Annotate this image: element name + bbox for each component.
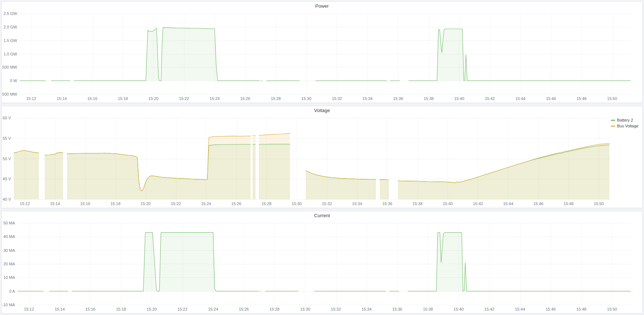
svg-text:15:36: 15:36 — [392, 307, 402, 311]
svg-text:2.5 GW: 2.5 GW — [4, 11, 17, 16]
svg-text:15:30: 15:30 — [301, 96, 312, 101]
svg-text:1.5 GW: 1.5 GW — [4, 38, 17, 43]
x-axis-tick-labels: 15:1215:1415:1615:1815:2015:2215:2415:26… — [20, 201, 604, 206]
dashboard: { "chart_data": [ { "type": "area", "tit… — [0, 0, 644, 315]
svg-text:1.0 GW: 1.0 GW — [4, 52, 17, 56]
svg-text:15:50: 15:50 — [607, 96, 617, 101]
svg-text:15:32: 15:32 — [332, 96, 342, 101]
svg-text:15:18: 15:18 — [116, 307, 126, 311]
y-axis-tick-labels: 60 V55 V50 V45 V40 V — [3, 116, 11, 201]
svg-text:50 MA: 50 MA — [3, 221, 15, 225]
svg-text:15:42: 15:42 — [484, 307, 495, 311]
voltage-legend: Battery 2Bus Voltage — [611, 114, 642, 208]
panel-title-voltage[interactable]: Voltage — [2, 106, 642, 114]
legend-item-bus-voltage[interactable]: Bus Voltage — [611, 123, 641, 129]
svg-text:15:18: 15:18 — [118, 96, 128, 101]
svg-text:15:20: 15:20 — [141, 201, 151, 206]
svg-text:15:40: 15:40 — [454, 96, 464, 101]
svg-text:15:34: 15:34 — [363, 96, 373, 101]
series-areas — [14, 133, 609, 199]
svg-text:50 V: 50 V — [3, 157, 11, 161]
svg-text:15:26: 15:26 — [231, 201, 242, 206]
svg-text:2.0 GW: 2.0 GW — [4, 25, 17, 29]
svg-text:15:12: 15:12 — [20, 201, 30, 206]
current-chart-row: 50 MA40 MA30 MA20 MA10 MA0 A-10 MA15:121… — [2, 219, 642, 313]
panel-title-current[interactable]: Current — [2, 211, 642, 219]
svg-text:15:16: 15:16 — [87, 96, 97, 101]
panel-current: Current 50 MA40 MA30 MA20 MA10 MA0 A-10 … — [1, 211, 643, 314]
svg-text:15:40: 15:40 — [454, 307, 464, 311]
svg-text:30 MA: 30 MA — [3, 248, 15, 253]
svg-text:15:46: 15:46 — [546, 96, 556, 101]
svg-text:15:38: 15:38 — [423, 307, 433, 311]
legend-item-battery-2[interactable]: Battery 2 — [611, 117, 641, 123]
svg-text:15:20: 15:20 — [148, 96, 159, 101]
voltage-chart-svg: 60 V55 V50 V45 V40 V15:1215:1415:1615:18… — [2, 114, 611, 208]
svg-text:15:46: 15:46 — [546, 307, 556, 311]
svg-text:45 V: 45 V — [3, 177, 11, 181]
panel-power: Power 2.5 GW2.0 GW1.5 GW1.0 GW500 MW0 W-… — [1, 1, 643, 103]
svg-text:15:18: 15:18 — [110, 201, 121, 206]
svg-text:15:50: 15:50 — [594, 201, 604, 206]
x-axis-tick-labels: 15:1215:1415:1615:1815:2015:2215:2415:26… — [24, 307, 617, 311]
svg-text:15:38: 15:38 — [424, 96, 434, 101]
legend-series-dash-icon — [611, 126, 615, 127]
current-chart[interactable]: 50 MA40 MA30 MA20 MA10 MA0 A-10 MA15:121… — [2, 219, 642, 313]
power-chart-svg: 2.5 GW2.0 GW1.5 GW1.0 GW500 MW0 W-500 MW… — [2, 10, 642, 103]
svg-text:15:42: 15:42 — [473, 201, 483, 206]
panel-title-power[interactable]: Power — [2, 2, 642, 10]
svg-text:15:34: 15:34 — [352, 201, 362, 206]
svg-text:15:22: 15:22 — [179, 96, 189, 101]
svg-text:0 W: 0 W — [10, 78, 17, 83]
y-axis-tick-labels: 2.5 GW2.0 GW1.5 GW1.0 GW500 MW0 W-500 MW — [2, 11, 17, 96]
svg-text:60 V: 60 V — [3, 116, 11, 120]
voltage-chart[interactable]: 60 V55 V50 V45 V40 V15:1215:1415:1615:18… — [2, 114, 611, 208]
svg-text:15:28: 15:28 — [269, 307, 280, 311]
svg-text:15:48: 15:48 — [563, 201, 574, 206]
svg-text:15:20: 15:20 — [147, 307, 157, 311]
svg-text:15:50: 15:50 — [607, 307, 617, 311]
svg-text:15:12: 15:12 — [26, 96, 36, 101]
svg-text:10 MA: 10 MA — [3, 275, 15, 280]
legend-label: Bus Voltage — [617, 124, 639, 128]
legend-label: Battery 2 — [617, 118, 633, 122]
svg-text:15:44: 15:44 — [515, 307, 525, 311]
svg-text:15:14: 15:14 — [55, 307, 65, 311]
svg-text:15:32: 15:32 — [331, 307, 341, 311]
svg-text:-10 MA: -10 MA — [2, 303, 15, 307]
gridlines — [20, 14, 631, 95]
svg-text:15:44: 15:44 — [515, 96, 526, 101]
svg-text:15:44: 15:44 — [503, 201, 513, 206]
svg-text:15:26: 15:26 — [239, 307, 249, 311]
svg-text:15:36: 15:36 — [382, 201, 393, 206]
svg-text:15:34: 15:34 — [362, 307, 372, 311]
svg-text:15:48: 15:48 — [576, 307, 586, 311]
svg-text:-500 MW: -500 MW — [2, 92, 17, 96]
svg-text:15:14: 15:14 — [50, 201, 60, 206]
panel-voltage: Voltage 60 V55 V50 V45 V40 V15:1215:1415… — [1, 106, 643, 208]
svg-text:15:16: 15:16 — [85, 307, 95, 311]
x-axis-tick-labels: 15:1215:1415:1615:1815:2015:2215:2415:26… — [26, 96, 617, 101]
svg-text:15:14: 15:14 — [57, 96, 67, 101]
svg-text:15:40: 15:40 — [443, 201, 453, 206]
svg-text:15:46: 15:46 — [533, 201, 543, 206]
svg-text:15:30: 15:30 — [292, 201, 302, 206]
svg-text:15:16: 15:16 — [80, 201, 90, 206]
svg-text:15:24: 15:24 — [210, 96, 220, 101]
svg-text:15:32: 15:32 — [322, 201, 332, 206]
svg-text:15:36: 15:36 — [393, 96, 403, 101]
svg-text:15:42: 15:42 — [485, 96, 495, 101]
power-chart[interactable]: 2.5 GW2.0 GW1.5 GW1.0 GW500 MW0 W-500 MW… — [2, 10, 642, 103]
svg-text:15:28: 15:28 — [271, 96, 281, 101]
gridlines — [17, 223, 631, 305]
svg-text:15:30: 15:30 — [300, 307, 311, 311]
y-axis-tick-labels: 50 MA40 MA30 MA20 MA10 MA0 A-10 MA — [2, 221, 15, 307]
power-chart-row: 2.5 GW2.0 GW1.5 GW1.0 GW500 MW0 W-500 MW… — [2, 10, 642, 103]
svg-text:20 MA: 20 MA — [3, 262, 15, 266]
series-lines — [18, 233, 631, 291]
current-chart-svg: 50 MA40 MA30 MA20 MA10 MA0 A-10 MA15:121… — [2, 219, 642, 313]
legend-series-dash-icon — [611, 120, 615, 121]
svg-text:15:12: 15:12 — [24, 307, 34, 311]
svg-text:500 MW: 500 MW — [2, 65, 17, 69]
svg-text:15:24: 15:24 — [208, 307, 218, 311]
